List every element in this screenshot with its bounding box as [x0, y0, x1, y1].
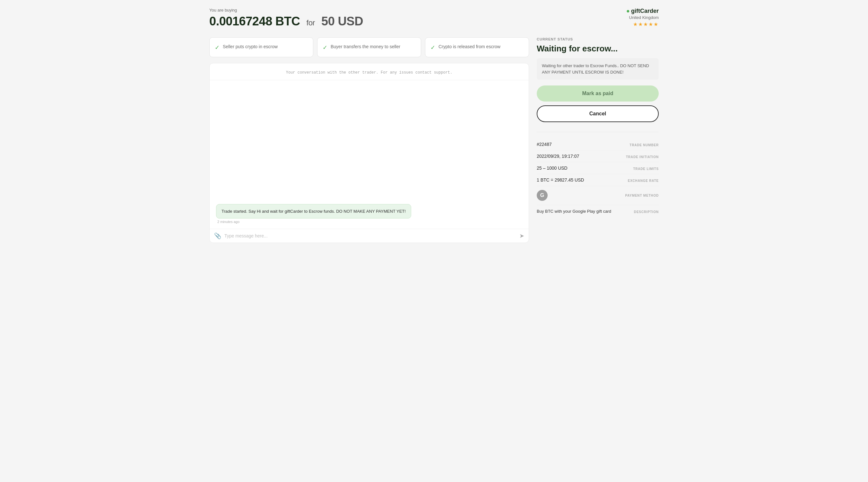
main-layout: ✓ Seller puts crypto in escrow ✓ Buyer t… — [209, 37, 659, 243]
header-left: You are buying 0.00167248 BTC for 50 USD — [209, 8, 363, 28]
trade-limits-value: 25 – 1000 USD — [537, 166, 567, 171]
trade-limits-row: 25 – 1000 USD TRADE LIMITS — [537, 162, 659, 174]
exchange-rate-value: 1 BTC = 29827.45 USD — [537, 177, 584, 182]
mark-as-paid-button[interactable]: Mark as paid — [537, 85, 659, 102]
trade-number-row: #22487 TRADE NUMBER — [537, 139, 659, 150]
seller-country: United Kingdom — [626, 15, 659, 20]
step-card-1: ✓ Seller puts crypto in escrow — [209, 37, 313, 57]
chat-bubble-wrapper: Trade started. Say Hi and wait for giftC… — [216, 204, 522, 224]
right-column: CURRENT STATUS Waiting for escrow... Wai… — [537, 37, 659, 218]
left-column: ✓ Seller puts crypto in escrow ✓ Buyer t… — [209, 37, 529, 243]
step-label-2: Buyer transfers the money to seller — [331, 44, 400, 50]
trade-initiation-label: TRADE INITIATION — [626, 155, 659, 159]
payment-method-row: G PAYMENT METHOD — [537, 186, 659, 205]
payment-method-icon: G — [537, 190, 548, 201]
chat-time: 2 minutes ago — [217, 220, 240, 224]
description-row: Buy BTC with your Google Play gift card … — [537, 205, 659, 218]
cancel-button[interactable]: Cancel — [537, 105, 659, 122]
status-title: Waiting for escrow... — [537, 44, 659, 54]
trade-number-value: #22487 — [537, 142, 552, 147]
trade-number-label: TRADE NUMBER — [629, 143, 659, 147]
attach-icon[interactable]: 📎 — [214, 232, 221, 239]
for-text: for — [306, 18, 315, 27]
step-label-3: Crypto is released from escrow — [438, 44, 500, 50]
step-card-2: ✓ Buyer transfers the money to seller — [317, 37, 421, 57]
chat-input[interactable] — [224, 233, 516, 238]
step-check-2: ✓ — [322, 44, 328, 51]
step-card-3: ✓ Crypto is released from escrow — [425, 37, 529, 57]
page-header: You are buying 0.00167248 BTC for 50 USD… — [209, 8, 659, 28]
step-label-1: Seller puts crypto in escrow — [223, 44, 278, 50]
trade-limits-label: TRADE LIMITS — [633, 167, 659, 171]
chat-messages: Trade started. Say Hi and wait for giftC… — [210, 80, 529, 229]
header-right: ●giftCarder United Kingdom ★★★★★ — [626, 8, 659, 27]
step-check-3: ✓ — [431, 44, 435, 51]
step-check-1: ✓ — [215, 44, 220, 51]
trade-details: #22487 TRADE NUMBER 2022/09/29, 19:17:07… — [537, 132, 659, 218]
description-label: DESCRIPTION — [634, 210, 659, 214]
chat-header-note: Your conversation with the other trader.… — [210, 63, 529, 80]
trade-initiation-row: 2022/09/29, 19:17:07 TRADE INITIATION — [537, 150, 659, 162]
exchange-rate-row: 1 BTC = 29827.45 USD EXCHANGE RATE — [537, 174, 659, 186]
description-value: Buy BTC with your Google Play gift card — [537, 209, 611, 214]
chat-input-row: 📎 ➤ — [210, 229, 529, 243]
steps-row: ✓ Seller puts crypto in escrow ✓ Buyer t… — [209, 37, 529, 57]
trade-initiation-value: 2022/09/29, 19:17:07 — [537, 153, 579, 159]
trade-amount: 0.00167248 BTC for 50 USD — [209, 15, 363, 28]
seller-stars: ★★★★★ — [626, 21, 659, 27]
fiat-amount: 50 USD — [321, 15, 363, 28]
page-wrapper: You are buying 0.00167248 BTC for 50 USD… — [209, 8, 659, 243]
chat-bubble: Trade started. Say Hi and wait for giftC… — [216, 204, 411, 219]
seller-name: ●giftCarder — [626, 8, 659, 15]
status-warning-box: Waiting for other trader to Escrow Funds… — [537, 58, 659, 80]
current-status-label: CURRENT STATUS — [537, 37, 659, 41]
online-dot: ● — [626, 8, 630, 14]
crypto-amount: 0.00167248 BTC — [209, 15, 300, 28]
chat-container: Your conversation with the other trader.… — [209, 63, 529, 243]
buying-label: You are buying — [209, 8, 363, 12]
exchange-rate-label: EXCHANGE RATE — [628, 179, 659, 182]
send-icon[interactable]: ➤ — [519, 232, 524, 239]
payment-method-label: PAYMENT METHOD — [625, 194, 659, 197]
